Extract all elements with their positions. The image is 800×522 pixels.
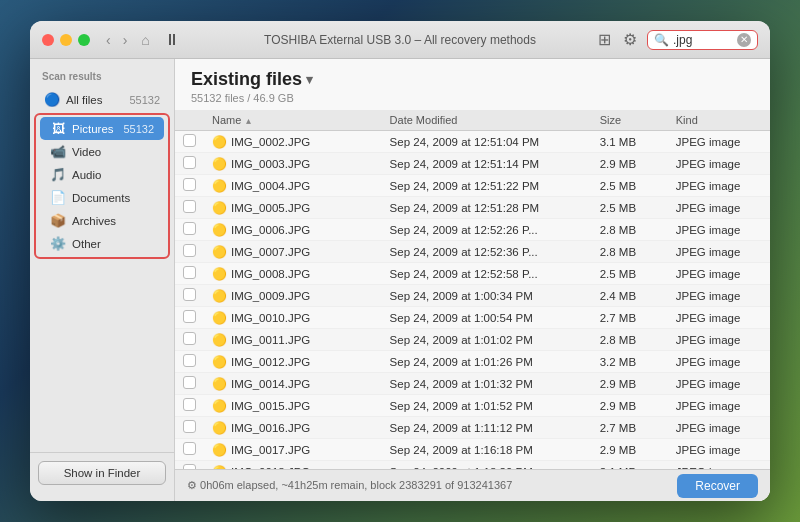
row-kind: JPEG image xyxy=(668,461,770,470)
checkbox-icon[interactable] xyxy=(183,134,196,147)
table-row[interactable]: 🟡IMG_0006.JPG Sep 24, 2009 at 12:52:26 P… xyxy=(175,219,770,241)
table-row[interactable]: 🟡IMG_0017.JPG Sep 24, 2009 at 1:16:18 PM… xyxy=(175,439,770,461)
dropdown-arrow-icon[interactable]: ▾ xyxy=(306,72,313,87)
settings-button[interactable]: ⚙ xyxy=(621,28,639,51)
row-checkbox[interactable] xyxy=(175,175,204,197)
file-icon: 🟡 xyxy=(212,355,227,369)
row-checkbox[interactable] xyxy=(175,307,204,329)
table-row[interactable]: 🟡IMG_0018.JPG Sep 24, 2009 at 1:18:30 PM… xyxy=(175,461,770,470)
sidebar-item-all-files[interactable]: 🔵 All files 55132 xyxy=(34,88,170,111)
table-row[interactable]: 🟡IMG_0012.JPG Sep 24, 2009 at 1:01:26 PM… xyxy=(175,351,770,373)
table-row[interactable]: 🟡IMG_0009.JPG Sep 24, 2009 at 1:00:34 PM… xyxy=(175,285,770,307)
clear-search-button[interactable]: ✕ xyxy=(737,33,751,47)
checkbox-icon[interactable] xyxy=(183,442,196,455)
checkbox-icon[interactable] xyxy=(183,310,196,323)
row-name: 🟡IMG_0016.JPG xyxy=(204,417,382,439)
maximize-button[interactable] xyxy=(78,34,90,46)
row-kind: JPEG image xyxy=(668,329,770,351)
row-checkbox[interactable] xyxy=(175,417,204,439)
row-checkbox[interactable] xyxy=(175,461,204,470)
file-icon: 🟡 xyxy=(212,201,227,215)
checkbox-icon[interactable] xyxy=(183,244,196,257)
content-area: Scan results 🔵 All files 55132 🖼 Picture… xyxy=(30,59,770,501)
row-name: 🟡IMG_0018.JPG xyxy=(204,461,382,470)
row-checkbox[interactable] xyxy=(175,241,204,263)
table-row[interactable]: 🟡IMG_0016.JPG Sep 24, 2009 at 1:11:12 PM… xyxy=(175,417,770,439)
file-table-container[interactable]: Name ▴ Date Modified Size Kind 🟡IMG_0002… xyxy=(175,110,770,469)
table-row[interactable]: 🟡IMG_0011.JPG Sep 24, 2009 at 1:01:02 PM… xyxy=(175,329,770,351)
checkbox-icon[interactable] xyxy=(183,398,196,411)
sidebar-item-pictures[interactable]: 🖼 Pictures 55132 xyxy=(40,117,164,140)
close-button[interactable] xyxy=(42,34,54,46)
row-checkbox[interactable] xyxy=(175,153,204,175)
table-row[interactable]: 🟡IMG_0004.JPG Sep 24, 2009 at 12:51:22 P… xyxy=(175,175,770,197)
row-kind: JPEG image xyxy=(668,263,770,285)
sort-arrow-icon: ▴ xyxy=(246,115,251,126)
file-table: Name ▴ Date Modified Size Kind 🟡IMG_0002… xyxy=(175,110,770,469)
row-checkbox[interactable] xyxy=(175,439,204,461)
row-name: 🟡IMG_0008.JPG xyxy=(204,263,382,285)
row-date: Sep 24, 2009 at 12:51:14 PM xyxy=(382,153,592,175)
row-checkbox[interactable] xyxy=(175,329,204,351)
status-text: ⚙ 0h06m elapsed, ~41h25m remain, block 2… xyxy=(187,479,677,492)
checkbox-icon[interactable] xyxy=(183,222,196,235)
checkbox-icon[interactable] xyxy=(183,288,196,301)
status-bar: ⚙ 0h06m elapsed, ~41h25m remain, block 2… xyxy=(175,469,770,501)
col-kind-header[interactable]: Kind xyxy=(668,110,770,131)
table-row[interactable]: 🟡IMG_0005.JPG Sep 24, 2009 at 12:51:28 P… xyxy=(175,197,770,219)
col-name-header[interactable]: Name ▴ xyxy=(204,110,382,131)
row-name: 🟡IMG_0017.JPG xyxy=(204,439,382,461)
search-input[interactable] xyxy=(673,33,733,47)
table-row[interactable]: 🟡IMG_0014.JPG Sep 24, 2009 at 1:01:32 PM… xyxy=(175,373,770,395)
sidebar-item-other[interactable]: ⚙️ Other xyxy=(40,232,164,255)
checkbox-icon[interactable] xyxy=(183,354,196,367)
row-size: 2.9 MB xyxy=(592,153,668,175)
row-checkbox[interactable] xyxy=(175,285,204,307)
table-row[interactable]: 🟡IMG_0015.JPG Sep 24, 2009 at 1:01:52 PM… xyxy=(175,395,770,417)
row-checkbox[interactable] xyxy=(175,219,204,241)
row-date: Sep 24, 2009 at 12:52:36 P... xyxy=(382,241,592,263)
other-icon: ⚙️ xyxy=(50,236,66,251)
sidebar-item-video[interactable]: 📹 Video xyxy=(40,140,164,163)
table-row[interactable]: 🟡IMG_0003.JPG Sep 24, 2009 at 12:51:14 P… xyxy=(175,153,770,175)
table-row[interactable]: 🟡IMG_0007.JPG Sep 24, 2009 at 12:52:36 P… xyxy=(175,241,770,263)
row-name: 🟡IMG_0011.JPG xyxy=(204,329,382,351)
titlebar: ‹ › ⌂ ⏸ TOSHIBA External USB 3.0 – All r… xyxy=(30,21,770,59)
row-checkbox[interactable] xyxy=(175,373,204,395)
row-checkbox[interactable] xyxy=(175,263,204,285)
checkbox-icon[interactable] xyxy=(183,376,196,389)
sidebar-item-documents[interactable]: 📄 Documents xyxy=(40,186,164,209)
minimize-button[interactable] xyxy=(60,34,72,46)
forward-button[interactable]: › xyxy=(119,30,132,50)
sidebar-item-archives[interactable]: 📦 Archives xyxy=(40,209,164,232)
table-row[interactable]: 🟡IMG_0010.JPG Sep 24, 2009 at 1:00:54 PM… xyxy=(175,307,770,329)
table-row[interactable]: 🟡IMG_0008.JPG Sep 24, 2009 at 12:52:58 P… xyxy=(175,263,770,285)
row-date: Sep 24, 2009 at 12:51:28 PM xyxy=(382,197,592,219)
row-checkbox[interactable] xyxy=(175,351,204,373)
pause-button[interactable]: ⏸ xyxy=(164,31,180,49)
sidebar: Scan results 🔵 All files 55132 🖼 Picture… xyxy=(30,59,175,501)
file-icon: 🟡 xyxy=(212,179,227,193)
row-checkbox[interactable] xyxy=(175,395,204,417)
home-button[interactable]: ⌂ xyxy=(135,30,155,50)
sidebar-item-audio[interactable]: 🎵 Audio xyxy=(40,163,164,186)
checkbox-icon[interactable] xyxy=(183,266,196,279)
checkbox-icon[interactable] xyxy=(183,420,196,433)
view-options-button[interactable]: ⊞ xyxy=(596,28,613,51)
row-name: 🟡IMG_0005.JPG xyxy=(204,197,382,219)
back-button[interactable]: ‹ xyxy=(102,30,115,50)
recover-button[interactable]: Recover xyxy=(677,474,758,498)
checkbox-icon[interactable] xyxy=(183,156,196,169)
table-row[interactable]: 🟡IMG_0002.JPG Sep 24, 2009 at 12:51:04 P… xyxy=(175,131,770,153)
checkbox-icon[interactable] xyxy=(183,332,196,345)
col-size-header[interactable]: Size xyxy=(592,110,668,131)
col-date-header[interactable]: Date Modified xyxy=(382,110,592,131)
row-checkbox[interactable] xyxy=(175,131,204,153)
row-checkbox[interactable] xyxy=(175,197,204,219)
show-in-finder-button[interactable]: Show in Finder xyxy=(38,461,166,485)
file-count: 55132 files / 46.9 GB xyxy=(191,92,754,104)
row-name: 🟡IMG_0014.JPG xyxy=(204,373,382,395)
checkbox-icon[interactable] xyxy=(183,200,196,213)
main-title: Existing files ▾ xyxy=(191,69,754,90)
checkbox-icon[interactable] xyxy=(183,178,196,191)
